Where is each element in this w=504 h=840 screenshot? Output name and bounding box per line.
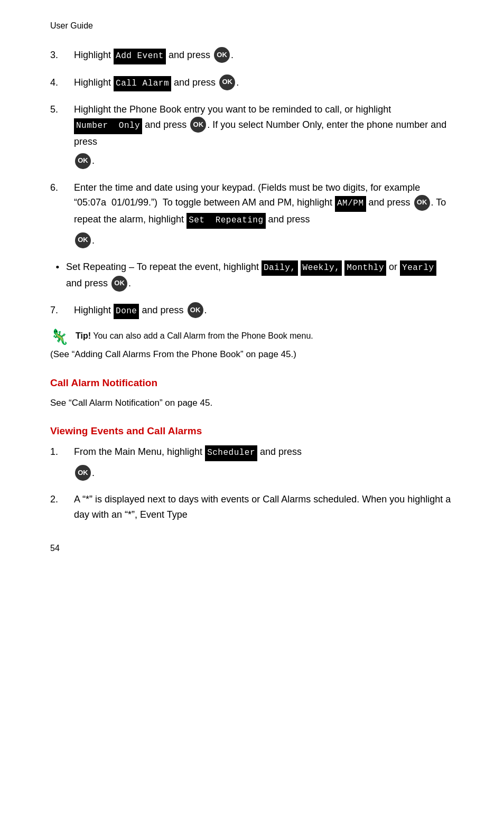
section-heading-call-alarm-notification: Call Alarm Notification — [50, 377, 454, 389]
step-content-7: Highlight Done and press OK. — [74, 303, 454, 320]
tip-text: Tip! You can also add a Call Alarm from … — [76, 330, 313, 342]
tip-section: 🦎 Tip! You can also add a Call Alarm fro… — [50, 330, 454, 344]
highlight-weekly: Weekly, — [301, 260, 342, 276]
highlight-yearly: Yearly — [400, 260, 436, 276]
section2-step-number-1: 1. — [50, 444, 74, 481]
call-alarm-notification-body: See “Call Alarm Notification” on page 45… — [50, 396, 454, 410]
ok-button-bullet: OK — [111, 276, 127, 292]
highlight-scheduler: Scheduler — [205, 445, 257, 461]
highlight-daily: Daily, — [262, 260, 298, 276]
step-content-6: Enter the time and date using your keypa… — [74, 180, 454, 249]
highlight-ampm: AM/PM — [335, 196, 366, 212]
step-content-3: Highlight Add Event and press OK. — [74, 48, 454, 64]
step-7: 7. Highlight Done and press OK. — [50, 303, 454, 320]
ok-button-5a: OK — [190, 117, 206, 133]
section2-step-content-1: From the Main Menu, highlight Scheduler … — [74, 444, 454, 481]
ok-button-3: OK — [214, 47, 230, 63]
ok-button-7: OK — [188, 302, 203, 318]
bullet-section: • Set Repeating – To repeat the event, h… — [50, 259, 454, 292]
step-6: 6. Enter the time and date using your ke… — [50, 180, 454, 249]
step-content-4: Highlight Call Alarm and press OK. — [74, 75, 454, 92]
section2-step-number-2: 2. — [50, 492, 74, 522]
highlight-add-event: Add Event — [114, 49, 166, 64]
highlight-monthly: Monthly — [344, 260, 386, 276]
highlight-set-repeating: Set Repeating — [186, 213, 265, 229]
highlight-call-alarm: Call Alarm — [114, 76, 171, 92]
tip-bold: Tip! — [76, 331, 91, 340]
ok-button-s2-1: OK — [75, 465, 91, 481]
step-number-5: 5. — [50, 102, 74, 169]
section-heading-viewing-events: Viewing Events and Call Alarms — [50, 425, 454, 437]
page-header: User Guide — [50, 21, 454, 31]
ok-button-6a: OK — [414, 195, 430, 211]
bullet-content: Set Repeating – To repeat the event, hig… — [66, 259, 454, 292]
highlight-done: Done — [114, 304, 139, 320]
ok-button-5b: OK — [75, 153, 91, 169]
bullet-dot: • — [50, 259, 66, 276]
step-content-5: Highlight the Phone Book entry you want … — [74, 102, 454, 169]
step-number-4: 4. — [50, 75, 74, 92]
tip-icon: 🦎 — [50, 330, 70, 344]
step-3: 3. Highlight Add Event and press OK. — [50, 48, 454, 64]
step-4: 4. Highlight Call Alarm and press OK. — [50, 75, 454, 92]
section2-step-1: 1. From the Main Menu, highlight Schedul… — [50, 444, 454, 481]
highlight-number-only: Number Only — [74, 118, 142, 134]
section2-step-content-2: A “*” is displayed next to days with eve… — [74, 492, 454, 522]
page-number: 54 — [50, 544, 454, 553]
step-number-3: 3. — [50, 48, 74, 64]
tip-body: You can also add a Call Alarm from the P… — [91, 331, 313, 340]
step-number-7: 7. — [50, 303, 74, 320]
ok-button-6b: OK — [75, 232, 91, 248]
step-5: 5. Highlight the Phone Book entry you wa… — [50, 102, 454, 169]
bullet-set-repeating: • Set Repeating – To repeat the event, h… — [50, 259, 454, 292]
tip-see-also: (See “Adding Call Alarms From the Phone … — [50, 348, 454, 361]
section2-step-2: 2. A “*” is displayed next to days with … — [50, 492, 454, 522]
step-number-6: 6. — [50, 180, 74, 249]
ok-button-4: OK — [219, 74, 235, 90]
